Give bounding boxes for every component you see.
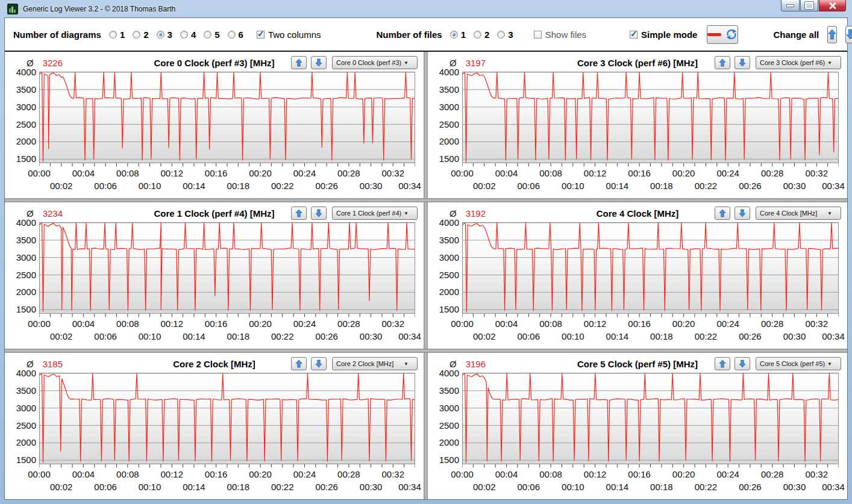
- files-radio-1[interactable]: 1: [450, 30, 466, 40]
- x-tick-label: 00:18: [650, 331, 673, 341]
- x-tick-label: 00:20: [672, 319, 695, 329]
- x-tick-label: 00:08: [116, 469, 139, 479]
- minimize-button[interactable]: [781, 0, 800, 11]
- up-arrow-icon: [719, 359, 726, 368]
- panel-down-button[interactable]: [311, 207, 327, 220]
- files-radio-icon: [497, 31, 505, 39]
- x-tick-label: 00:28: [337, 319, 360, 329]
- panel-up-button[interactable]: [291, 56, 307, 69]
- y-tick-label: 2000: [16, 136, 36, 146]
- diagrams-radio-2[interactable]: 2: [133, 30, 148, 40]
- down-arrow-icon: [315, 359, 322, 368]
- x-axis-labels-row2: 00:0200:0600:1000:1400:1800:2200:2600:30…: [462, 481, 839, 494]
- x-axis-labels-row1: 00:0000:0400:0800:1200:1600:2000:2400:28…: [39, 318, 415, 331]
- x-tick-label: 00:06: [518, 181, 540, 191]
- channel-select[interactable]: Core 4 Clock [MHz]▼: [756, 207, 841, 220]
- change-all-up-button[interactable]: [827, 26, 837, 43]
- change-all-down-button[interactable]: [845, 26, 852, 43]
- x-tick-label: 00:28: [761, 168, 784, 178]
- y-axis-labels: 400035003000250020001500: [428, 373, 462, 463]
- panel-down-button[interactable]: [311, 357, 327, 370]
- panel-up-button[interactable]: [715, 207, 730, 220]
- panel-title: Core 0 Clock (perf #3) [MHz]: [154, 58, 274, 68]
- line-style-refresh-button[interactable]: [707, 25, 738, 44]
- panel-up-button[interactable]: [291, 207, 307, 220]
- x-tick-label: 00:22: [271, 181, 294, 191]
- x-tick-label: 00:10: [562, 181, 584, 191]
- channel-select[interactable]: Core 1 Clock (perf #4) [MHz]▼: [332, 207, 418, 220]
- panel-header: Ø3197Core 3 Clock (perf #6) [MHz]Core 3 …: [428, 55, 847, 70]
- show-files-checkbox[interactable]: Show files: [534, 30, 586, 40]
- files-radio-2[interactable]: 2: [474, 30, 489, 40]
- channel-select-value: Core 1 Clock (perf #4) [MHz]: [336, 210, 404, 217]
- y-tick-label: 3500: [439, 385, 459, 396]
- channel-select[interactable]: Core 5 Clock (perf #5) [MHz]▼: [756, 357, 841, 370]
- y-tick-label: 2500: [16, 420, 36, 431]
- x-tick-label: 00:34: [822, 331, 845, 341]
- channel-select[interactable]: Core 2 Clock [MHz]▼: [332, 357, 418, 370]
- panel-up-button[interactable]: [291, 357, 307, 370]
- files-radio-3[interactable]: 3: [497, 30, 513, 40]
- channel-select[interactable]: Core 0 Clock (perf #3) [MHz]▼: [332, 56, 418, 69]
- panel-down-button[interactable]: [735, 207, 750, 220]
- x-tick-label: 00:10: [562, 331, 584, 341]
- x-tick-label: 00:34: [822, 482, 845, 492]
- row-splitter-2[interactable]: [5, 349, 847, 353]
- x-axis-labels-row1: 00:0000:0400:0800:1200:1600:2000:2400:28…: [462, 468, 839, 481]
- x-tick-label: 00:12: [160, 168, 183, 178]
- x-tick-label: 00:34: [398, 331, 421, 341]
- up-arrow-icon: [719, 58, 726, 67]
- average-symbol: Ø: [449, 58, 457, 68]
- x-tick-label: 00:10: [139, 181, 161, 191]
- clock-trace-svg: [40, 373, 415, 464]
- x-tick-label: 00:00: [28, 319, 51, 329]
- panel-title: Core 1 Clock (perf #4) [MHz]: [154, 208, 274, 219]
- clock-chart: 40003500300025002000150000:0000:0400:080…: [5, 373, 424, 494]
- panel-average-value: 3196: [466, 359, 486, 369]
- x-tick-label: 00:08: [116, 319, 139, 329]
- panel-up-button[interactable]: [715, 56, 730, 69]
- x-tick-label: 00:16: [205, 469, 228, 479]
- y-tick-label: 1500: [16, 455, 36, 465]
- close-button[interactable]: [819, 0, 846, 11]
- clock-trace-svg: [40, 223, 415, 313]
- minimize-icon: [786, 4, 794, 7]
- panel-header: Ø3226Core 0 Clock (perf #3) [MHz]Core 0 …: [5, 55, 424, 70]
- window-content: Number of diagrams 123456 Two columns Nu…: [5, 18, 847, 499]
- diagrams-radio-6[interactable]: 6: [228, 30, 243, 40]
- y-axis-labels: 400035003000250020001500: [5, 373, 39, 463]
- x-tick-label: 00:28: [761, 319, 784, 329]
- diagrams-radio-5[interactable]: 5: [204, 30, 219, 40]
- channel-select[interactable]: Core 3 Clock (perf #6) [MHz]▼: [756, 56, 841, 69]
- diagrams-radio-label: 5: [215, 30, 219, 40]
- x-tick-label: 00:08: [539, 469, 562, 479]
- x-axis-labels-row1: 00:0000:0400:0800:1200:1600:2000:2400:28…: [39, 468, 415, 481]
- two-columns-checkbox[interactable]: Two columns: [257, 30, 321, 40]
- panel-down-button[interactable]: [735, 56, 750, 69]
- panel-average-value: 3234: [43, 208, 63, 219]
- column-splitter[interactable]: [424, 52, 428, 499]
- y-tick-label: 2000: [439, 287, 459, 297]
- panel-title: Core 4 Clock [MHz]: [597, 208, 679, 219]
- panel-header: Ø3185Core 2 Clock [MHz]Core 2 Clock [MHz…: [5, 356, 424, 372]
- clock-trace-svg: [463, 72, 838, 163]
- panel-core-4-clock-mhz: Ø3192Core 4 Clock [MHz]Core 4 Clock [MHz…: [428, 202, 847, 349]
- channel-select-value: Core 0 Clock (perf #3) [MHz]: [336, 59, 404, 66]
- diagrams-radio-4[interactable]: 4: [180, 30, 196, 40]
- number-of-files-label: Number of files: [376, 30, 442, 40]
- panel-down-button[interactable]: [735, 357, 750, 370]
- panel-header-controls: Core 3 Clock (perf #6) [MHz]▼: [710, 56, 847, 69]
- panel-up-button[interactable]: [715, 357, 730, 370]
- row-splitter-1[interactable]: [5, 198, 847, 202]
- diagrams-radio-3[interactable]: 3: [157, 30, 172, 40]
- x-tick-label: 00:12: [584, 168, 607, 178]
- x-tick-label: 00:32: [382, 168, 405, 178]
- down-arrow-icon: [315, 209, 322, 217]
- down-arrow-icon: [739, 209, 746, 217]
- panel-down-button[interactable]: [311, 56, 327, 69]
- y-tick-label: 3500: [439, 235, 459, 245]
- diagrams-radio-1[interactable]: 1: [109, 30, 125, 40]
- simple-mode-checkbox[interactable]: Simple mode: [630, 30, 697, 40]
- y-tick-label: 4000: [439, 67, 459, 77]
- maximize-button[interactable]: [800, 0, 818, 11]
